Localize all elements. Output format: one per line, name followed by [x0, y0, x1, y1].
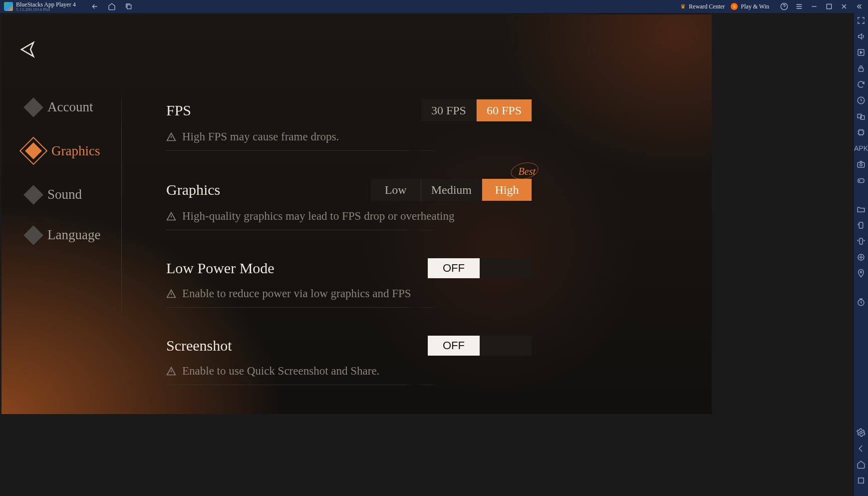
nav-back-icon[interactable] [91, 2, 99, 10]
settings-sidebar: Account Graphics Sound Language [26, 99, 131, 268]
warning-icon [166, 132, 176, 142]
record-icon[interactable] [857, 48, 866, 57]
toolbar-recents-icon[interactable] [857, 476, 866, 485]
sidebar-item-graphics[interactable]: Graphics [26, 140, 131, 162]
separator [166, 150, 532, 151]
setting-hint: Enable to use Quick Screenshot and Share… [166, 365, 532, 378]
graphics-option-medium[interactable]: Medium [421, 179, 482, 201]
settings-content: FPS 30 FPS 60 FPS High FPS may cause fra… [166, 99, 532, 413]
titlebar: BlueStacks App Player 4 5.13.200.1014 P6… [0, 0, 868, 13]
svg-point-15 [861, 271, 862, 273]
svg-point-17 [860, 432, 863, 434]
app-version: 5.13.200.1014 P64 [16, 7, 76, 12]
media-folder-icon[interactable] [857, 205, 866, 214]
fps-option-30[interactable]: 30 FPS [421, 99, 476, 121]
svg-point-10 [860, 164, 863, 166]
toolbar-back-icon[interactable] [857, 444, 866, 453]
sidebar-item-language[interactable]: Language [26, 227, 131, 243]
reward-center-button[interactable]: ♛ Reward Center [680, 3, 725, 10]
sidebar-item-account[interactable]: Account [26, 99, 131, 115]
setting-graphics: Graphics Low Medium High Best High-quali… [166, 179, 532, 230]
location-icon[interactable] [857, 269, 866, 278]
lock-cursor-icon[interactable] [857, 64, 866, 73]
fps-segmented: 30 FPS 60 FPS [421, 99, 532, 121]
setting-title: FPS [166, 102, 191, 119]
recent-apps-icon[interactable] [125, 2, 133, 10]
svg-rect-8 [859, 130, 864, 135]
volume-icon[interactable] [857, 32, 866, 41]
multi-instance-icon[interactable] [857, 112, 866, 121]
warning-icon [166, 366, 176, 376]
svg-rect-9 [858, 162, 865, 167]
rotate-icon[interactable] [857, 221, 866, 230]
setting-title: Graphics [166, 181, 220, 198]
setting-hint: High-quality graphics may lead to FPS dr… [166, 210, 532, 223]
sidebar-divider [121, 84, 122, 334]
setting-title: Low Power Mode [166, 260, 275, 277]
game-viewport: Account Graphics Sound Language [1, 14, 712, 414]
memory-icon[interactable] [857, 128, 866, 137]
screenshot-icon[interactable] [857, 160, 866, 169]
sidebar-item-sound[interactable]: Sound [26, 187, 131, 202]
settings-gear-icon[interactable] [857, 428, 866, 437]
shake-icon[interactable] [857, 237, 866, 246]
minimize-icon[interactable] [810, 2, 818, 10]
separator [166, 307, 532, 308]
bluestacks-logo [4, 2, 13, 11]
back-button[interactable] [17, 38, 37, 58]
toolbar-home-icon[interactable] [857, 460, 866, 469]
svg-rect-2 [827, 4, 831, 8]
best-badge: Best [519, 166, 536, 177]
help-icon[interactable] [780, 2, 788, 10]
warning-icon [166, 211, 176, 221]
play-and-win-button[interactable]: $ Play & Win [731, 3, 769, 10]
svg-rect-13 [860, 238, 863, 244]
svg-rect-0 [127, 5, 131, 9]
warning-icon [166, 289, 176, 299]
svg-rect-12 [859, 222, 863, 228]
diamond-icon [23, 225, 43, 245]
svg-rect-4 [859, 68, 864, 71]
sync-icon[interactable] [857, 80, 866, 89]
setting-fps: FPS 30 FPS 60 FPS High FPS may cause fra… [166, 99, 532, 151]
app-name: BlueStacks App Player 4 [16, 1, 76, 7]
playwin-label: Play & Win [741, 3, 769, 10]
sidebar-item-label: Language [47, 227, 100, 243]
graphics-option-high[interactable]: High Best [482, 179, 532, 201]
home-icon[interactable] [108, 2, 116, 10]
maximize-icon[interactable] [825, 2, 833, 10]
screenshot-toggle[interactable]: OFF [428, 336, 532, 356]
collapse-sidebar-icon[interactable] [855, 2, 863, 10]
setting-title: Screenshot [166, 337, 232, 354]
graphics-segmented: Low Medium High Best [371, 179, 532, 201]
low-power-toggle[interactable]: OFF [428, 258, 532, 278]
controls-editor-icon[interactable] [857, 253, 866, 262]
graphics-option-low[interactable]: Low [371, 179, 421, 201]
setting-hint: High FPS may cause frame drops. [166, 130, 532, 143]
setting-low-power: Low Power Mode OFF Enable to reduce powe… [166, 258, 532, 308]
clock-icon[interactable] [857, 298, 866, 307]
reward-label: Reward Center [689, 3, 725, 10]
toggle-state: OFF [428, 336, 480, 356]
crown-icon: ♛ [680, 3, 686, 10]
coin-icon: $ [731, 3, 738, 10]
diamond-icon [23, 97, 43, 117]
macro-icon[interactable] [857, 96, 866, 105]
install-apk-icon[interactable]: APK [857, 144, 866, 153]
hamburger-icon[interactable] [795, 2, 803, 10]
setting-screenshot: Screenshot OFF Enable to use Quick Scree… [166, 336, 532, 385]
setting-hint: Enable to reduce power via low graphics … [166, 287, 532, 300]
svg-rect-18 [859, 478, 864, 484]
toggle-state: OFF [428, 258, 480, 278]
separator [166, 230, 532, 230]
gamepad-icon[interactable] [857, 176, 866, 185]
bluestacks-side-toolbar: APK [854, 13, 868, 496]
fps-option-60[interactable]: 60 FPS [476, 99, 532, 121]
fullscreen-icon[interactable] [857, 16, 866, 25]
app-title: BlueStacks App Player 4 5.13.200.1014 P6… [16, 1, 76, 12]
diamond-icon [23, 185, 43, 205]
sidebar-item-label: Sound [47, 187, 82, 202]
sidebar-item-label: Account [47, 99, 93, 115]
close-icon[interactable] [840, 2, 848, 10]
separator [166, 385, 532, 385]
